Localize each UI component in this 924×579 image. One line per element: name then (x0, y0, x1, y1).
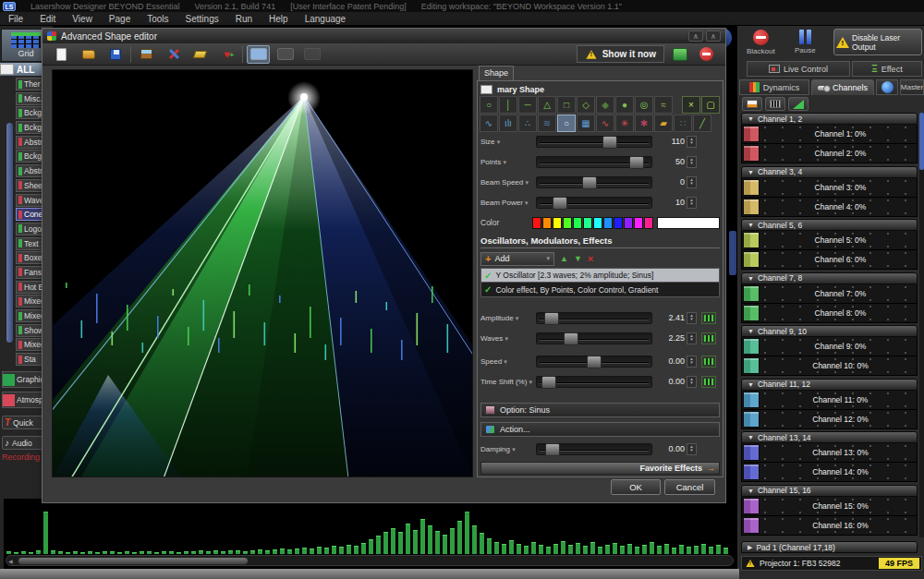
pause-button[interactable]: Pause (795, 30, 816, 54)
channel-fader-handle[interactable] (743, 305, 760, 321)
add-favorite-button[interactable]: ♥ (215, 45, 238, 64)
shape-scribble-icon[interactable]: ≈ (654, 96, 673, 114)
channel-group-header[interactable]: ▼Channel 3, 4 (741, 166, 918, 178)
menu-tools[interactable]: Tools (139, 14, 176, 24)
osc-waves-slider-thumb[interactable] (564, 332, 578, 345)
shape-ellipse-icon[interactable]: ○ (557, 115, 576, 132)
channel-fader-handle[interactable] (743, 126, 760, 142)
shape-horizontal-line-icon[interactable]: ─ (518, 96, 537, 114)
shape-size-slider[interactable] (536, 136, 652, 148)
color-swatch-1[interactable] (542, 217, 552, 229)
color-swatch-0[interactable] (532, 217, 541, 229)
preview-scrollbar-thumb[interactable] (729, 231, 736, 275)
shape-size-slider-thumb[interactable] (602, 136, 617, 149)
shape-beam-power-label[interactable]: Beam Power ▾ (480, 199, 534, 207)
scroll-left-arrow-icon[interactable]: ◀ (8, 558, 13, 564)
osc-speed-spinner[interactable]: ▲▼ (687, 356, 697, 368)
channel-scrollbar-thumb[interactable] (919, 113, 924, 170)
tab-channels[interactable]: Channels (811, 79, 874, 95)
tab-shape[interactable]: Shape (479, 66, 514, 80)
spinner-down-icon[interactable]: ▼ (689, 381, 693, 386)
shape-beam-speed-slider-thumb[interactable] (582, 176, 597, 189)
shape-filled-circle-icon[interactable]: ● (615, 96, 634, 114)
menu-file[interactable]: File (0, 14, 31, 24)
channel-group-header[interactable]: ▼Channel 5, 6 (741, 219, 918, 231)
preview-mode-2-button[interactable] (274, 45, 297, 64)
tag-button[interactable] (188, 45, 212, 64)
osc-time-shift-----spinner[interactable]: ▲▼ (687, 376, 697, 388)
preview-mode-3-button[interactable] (300, 45, 323, 64)
shape-vertical-line-icon[interactable]: │ (499, 96, 517, 114)
shape-beam-speed-label[interactable]: Beam Speed ▾ (480, 178, 534, 187)
shape-points-spinner[interactable]: ▲▼ (687, 156, 697, 168)
shape-cloud-icon[interactable]: ≋ (538, 115, 556, 132)
option-button[interactable]: Option: Sinus (480, 403, 720, 417)
channel-fader[interactable]: Channel 12: 0% (741, 410, 918, 429)
horizontal-scrollbar-thumb[interactable] (18, 557, 249, 565)
menu-edit[interactable]: Edit (31, 14, 64, 24)
spinner-down-icon[interactable]: ▼ (689, 361, 693, 366)
spinner-down-icon[interactable]: ▼ (689, 202, 693, 207)
channel-fader[interactable]: Channel 2: 0% (741, 144, 918, 163)
channel-fader-handle[interactable] (743, 392, 760, 408)
color-swatch-9[interactable] (624, 217, 633, 229)
shape-square-icon[interactable]: □ (557, 96, 576, 114)
shape-wave-icon[interactable]: ∿ (480, 115, 498, 132)
channel-group-header[interactable]: ▼Channel 15, 16 (741, 485, 918, 497)
shape-circle-icon[interactable]: ○ (480, 96, 498, 114)
quick-save-button[interactable] (668, 45, 691, 64)
channel-fader[interactable]: Channel 7: 0% (741, 284, 918, 304)
osc-amplitude-label[interactable]: Amplitude ▾ (480, 314, 534, 322)
osc-time-shift-----slider-thumb[interactable] (541, 376, 556, 389)
shape-beam-power-slider[interactable] (536, 197, 652, 209)
horizontal-scrollbar[interactable]: ◀ (6, 555, 734, 566)
shape-beam-speed-spinner[interactable]: ▲▼ (687, 176, 697, 188)
channel-fader-handle[interactable] (743, 517, 760, 534)
channel-group-header[interactable]: ▼Channel 7, 8 (741, 272, 918, 284)
tools-button[interactable] (162, 45, 185, 64)
channel-fader[interactable]: Channel 8: 0% (741, 304, 918, 323)
channel-presets-button[interactable] (742, 97, 762, 111)
channel-fader[interactable]: Channel 1: 0% (741, 125, 918, 144)
damping-label[interactable]: Damping ▾ (480, 445, 534, 453)
channel-fader-handle[interactable] (743, 232, 760, 248)
shape-scatter-icon[interactable]: ∴ (518, 115, 537, 132)
channel-fader-handle[interactable] (743, 145, 760, 162)
menu-run[interactable]: Run (227, 14, 261, 24)
spinner-down-icon[interactable]: ▼ (689, 318, 693, 322)
tab-effect[interactable]: Ξ Effect (852, 61, 922, 77)
channel-fader-handle[interactable] (743, 464, 760, 480)
menu-page[interactable]: Page (101, 14, 139, 24)
channel-scrollbar[interactable] (919, 113, 924, 537)
shape-size-spinner[interactable]: ▲▼ (687, 136, 697, 148)
shape-grid-wave-icon[interactable]: ▦ (577, 115, 595, 132)
spinner-down-icon[interactable]: ▼ (689, 141, 693, 146)
osc-waves-slider[interactable] (536, 332, 652, 344)
tab-dynamics[interactable]: Dynamics (739, 79, 809, 95)
delete-effect-button[interactable]: × (588, 253, 593, 264)
pad-group-header[interactable]: ▶ Pad 1 (Channel 17,18) (741, 541, 918, 553)
channel-group-header[interactable]: ▼Channel 13, 14 (741, 431, 918, 443)
channel-fader-handle[interactable] (743, 357, 760, 374)
projector-status-bar[interactable]: Projector 1: FB3 52982 49 FPS (741, 556, 922, 571)
channel-fader-handle[interactable] (743, 179, 760, 196)
shape-triangle-icon[interactable]: △ (538, 96, 556, 114)
tab-globe[interactable] (876, 79, 898, 95)
blackout-button[interactable]: Blackout (747, 30, 775, 55)
menu-help[interactable]: Help (261, 14, 297, 24)
channel-fader[interactable]: Channel 13: 0% (741, 443, 918, 463)
spinner-down-icon[interactable]: ▼ (689, 162, 693, 166)
color-swatch-7[interactable] (603, 217, 613, 229)
channel-eq-button[interactable] (765, 97, 785, 111)
channel-fader[interactable]: Channel 16: 0% (741, 516, 918, 536)
osc-speed-label[interactable]: Speed ▾ (480, 357, 534, 366)
osc-waves-graph-button[interactable] (701, 332, 716, 344)
color-swatch-3[interactable] (563, 217, 572, 229)
channel-fader[interactable]: Channel 11: 0% (741, 391, 918, 410)
shape-spiral-icon[interactable]: ◎ (635, 96, 653, 114)
osc-time-shift-----label[interactable]: Time Shift (%) ▾ (480, 378, 534, 386)
dialog-pin-button[interactable]: ∧ (706, 30, 721, 42)
shape-rose-icon[interactable]: ✳ (615, 115, 634, 132)
disable-laser-output-button[interactable]: Disable Laser Output (833, 29, 922, 55)
channel-ramp-button[interactable] (788, 97, 808, 111)
